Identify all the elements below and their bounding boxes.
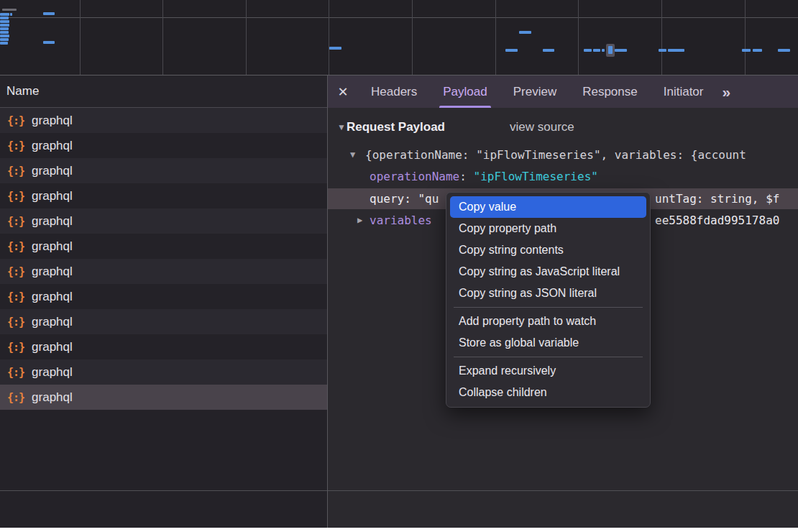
network-request-row[interactable]: {:} graphql xyxy=(0,284,327,309)
menu-item-collapse-children[interactable]: Collapse children xyxy=(446,382,650,403)
time-gridline xyxy=(329,0,329,75)
query-text-right: untTag: string, $f xyxy=(655,192,779,206)
tree-collapsed-icon[interactable]: ▶ xyxy=(357,215,362,225)
screenshot-bottom-edge xyxy=(0,528,798,532)
request-name-label: graphql xyxy=(32,114,73,128)
request-timing-bar xyxy=(2,9,17,11)
network-request-row[interactable]: {:} graphql xyxy=(0,108,327,133)
payload-preview-text: {operationName: "ipFlowTimeseries", vari… xyxy=(365,148,746,162)
payload-row-operation-name[interactable]: operationName: "ipFlowTimeseries" xyxy=(328,165,798,187)
name-column-header[interactable]: Name xyxy=(0,75,327,108)
request-timing-bar xyxy=(543,49,554,52)
request-timing-bar xyxy=(0,20,9,23)
time-gridline xyxy=(578,0,579,75)
network-overview-timeline[interactable] xyxy=(0,0,798,75)
status-bar-divider xyxy=(0,490,798,491)
tab-headers[interactable]: Headers xyxy=(358,75,430,108)
tab-preview[interactable]: Preview xyxy=(500,75,569,108)
time-gridline xyxy=(745,0,746,75)
request-timing-bar xyxy=(0,38,9,41)
menu-item-expand-recursively[interactable]: Expand recursively xyxy=(446,360,650,382)
menu-item-copy-string-contents[interactable]: Copy string contents xyxy=(446,239,650,261)
key-separator: : xyxy=(459,170,473,183)
request-name-label: graphql xyxy=(32,390,73,405)
json-request-icon: {:} xyxy=(7,114,24,127)
time-gridline xyxy=(495,0,496,75)
request-name-label: graphql xyxy=(32,239,73,254)
network-request-row[interactable]: {:} graphql xyxy=(0,158,327,183)
network-request-row[interactable]: {:} graphql xyxy=(0,208,327,234)
section-title: Request Payload xyxy=(347,120,445,134)
detail-tabbar: ✕ HeadersPayloadPreviewResponseInitiator… xyxy=(328,75,798,108)
pane-divider[interactable] xyxy=(327,75,328,528)
request-timing-bar xyxy=(778,49,790,52)
hovered-bar xyxy=(608,46,613,54)
menu-item-copy-string-as-json-literal[interactable]: Copy string as JSON literal xyxy=(446,283,650,304)
json-request-icon: {:} xyxy=(7,139,24,152)
property-value: "ipFlowTimeseries" xyxy=(474,170,598,183)
request-name-label: graphql xyxy=(32,340,73,354)
menu-item-add-property-path-to-watch[interactable]: Add property path to watch xyxy=(446,311,650,332)
request-timing-bar xyxy=(753,49,762,52)
request-timing-bar xyxy=(615,49,627,52)
menu-item-copy-string-as-javascript-literal[interactable]: Copy string as JavaScript literal xyxy=(446,261,650,283)
json-request-icon: {:} xyxy=(7,316,24,329)
request-payload-section-header: ▼ Request Payload view source xyxy=(328,118,798,137)
section-expand-icon[interactable]: ▼ xyxy=(337,122,346,132)
more-tabs-icon[interactable]: » xyxy=(716,83,736,101)
view-source-link[interactable]: view source xyxy=(510,120,574,134)
menu-separator xyxy=(454,357,643,357)
request-timing-bar xyxy=(0,27,9,30)
request-timing-bar xyxy=(10,13,12,16)
network-request-row[interactable]: {:} graphql xyxy=(0,385,327,410)
json-request-icon: {:} xyxy=(7,240,24,253)
network-request-row[interactable]: {:} graphql xyxy=(0,259,327,284)
time-gridline xyxy=(412,0,413,75)
json-request-icon: {:} xyxy=(7,165,24,178)
network-request-row[interactable]: {:} graphql xyxy=(0,133,327,158)
request-name-label: graphql xyxy=(32,214,73,229)
network-request-row[interactable]: {:} graphql xyxy=(0,234,327,259)
request-timing-bar xyxy=(0,24,9,27)
menu-item-store-as-global-variable[interactable]: Store as global variable xyxy=(446,332,650,354)
network-request-row[interactable]: {:} graphql xyxy=(0,309,327,334)
requests-list-pane: Name {:} graphql {:} graphql {:} graphql… xyxy=(0,75,327,528)
request-timing-bar xyxy=(43,12,55,15)
request-timing-bar xyxy=(43,41,55,44)
request-timing-bar xyxy=(329,47,341,50)
json-request-icon: {:} xyxy=(7,265,24,278)
request-timing-bar xyxy=(742,49,751,52)
request-timing-bar xyxy=(0,31,9,34)
payload-root-row[interactable]: ▼ {operationName: "ipFlowTimeseries", va… xyxy=(328,144,798,165)
json-request-icon: {:} xyxy=(7,190,24,203)
menu-item-copy-property-path[interactable]: Copy property path xyxy=(446,218,650,239)
overview-lane-divider xyxy=(0,17,798,18)
json-request-icon: {:} xyxy=(7,366,24,379)
query-text-left: query: "qu xyxy=(370,192,439,206)
network-request-row[interactable]: {:} graphql xyxy=(0,359,327,385)
request-name-label: graphql xyxy=(32,365,73,380)
network-request-row[interactable]: {:} graphql xyxy=(0,334,327,359)
request-timing-bar xyxy=(593,49,600,52)
menu-item-copy-value[interactable]: Copy value xyxy=(450,196,646,218)
tab-response[interactable]: Response xyxy=(569,75,651,108)
context-menu: Copy valueCopy property pathCopy string … xyxy=(446,192,651,408)
request-timing-bar xyxy=(0,17,9,19)
tab-initiator[interactable]: Initiator xyxy=(651,75,717,108)
request-timing-bar xyxy=(584,49,592,52)
detail-tabs: HeadersPayloadPreviewResponseInitiator xyxy=(358,75,716,108)
request-timing-bar xyxy=(659,49,666,52)
request-timing-bar xyxy=(0,13,9,16)
tab-payload[interactable]: Payload xyxy=(430,75,500,108)
request-name-label: graphql xyxy=(32,315,73,329)
hovered-bar-highlight xyxy=(606,44,615,57)
request-timing-bar xyxy=(505,49,518,52)
request-timing-bar xyxy=(0,35,9,37)
close-icon[interactable]: ✕ xyxy=(328,84,358,100)
network-request-row[interactable]: {:} graphql xyxy=(0,183,327,208)
request-timing-bar xyxy=(602,49,605,52)
tree-expand-icon[interactable]: ▼ xyxy=(350,150,355,160)
variables-text-right: ee5588fdad995178a0 xyxy=(655,214,779,227)
request-timing-bar xyxy=(668,49,684,52)
time-gridline xyxy=(246,0,247,75)
